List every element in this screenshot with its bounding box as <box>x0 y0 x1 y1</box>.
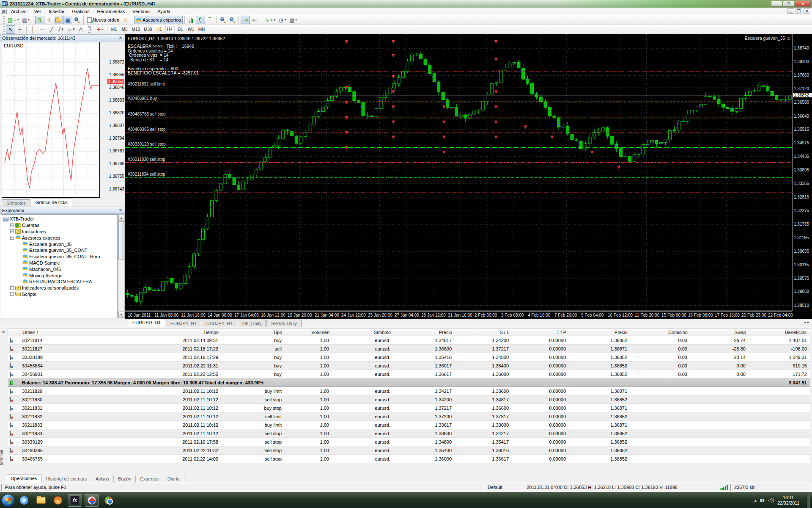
timeframe-w1[interactable]: W1 <box>186 26 196 33</box>
menu-insertar[interactable]: Insertar <box>45 8 68 15</box>
text-tool[interactable]: A <box>76 25 85 34</box>
scroll-down-icon[interactable]: ▼ <box>118 312 124 318</box>
timeframe-m30[interactable]: M30 <box>142 26 154 33</box>
templates-button[interactable]: ▨▾ <box>288 16 299 24</box>
text-label-tool[interactable]: T <box>85 25 95 34</box>
order-row-30460365[interactable]: 304603652011.02.22 11:32sell stop1.00eur… <box>8 446 810 455</box>
column-header[interactable]: Comisión <box>631 330 691 335</box>
tick-chart[interactable]: EURUSD. <box>2 42 100 198</box>
minimize-button[interactable]: — <box>771 1 782 7</box>
main-chart[interactable]: EURUSD.,H4 1.36813 1.36946 1.36722 1.368… <box>125 34 812 319</box>
navigator-header[interactable]: Explorador ✕ <box>0 207 125 214</box>
mdi-restore-button[interactable]: ❐ <box>796 8 802 14</box>
column-header[interactable]: Orden / <box>19 330 82 335</box>
navigator-toggle[interactable] <box>54 16 63 24</box>
order-row-30456901[interactable]: 304569012011.02.22 12:55buy1.00eurusd.1.… <box>8 370 810 378</box>
order-row-30211814[interactable]: 302118142011.02.14 09:31buy1.00eurusd.1.… <box>8 336 810 345</box>
timeframe-m1[interactable]: M1 <box>109 26 119 33</box>
scrollbar-thumb[interactable] <box>118 221 124 260</box>
title-bar[interactable]: MT 281621224: XTB-Trader - Cuenta de dem… <box>0 0 812 8</box>
collapse-icon[interactable]: − <box>10 292 14 296</box>
mdi-minimize-button[interactable]: ▁ <box>787 8 794 14</box>
column-header[interactable]: Precio <box>394 330 455 335</box>
timeframe-h4[interactable]: H4 <box>165 26 175 33</box>
tree-item-moving-average[interactable]: Moving Average <box>1 272 117 279</box>
tree-item-escalera-guevon-35[interactable]: Escalera guevon_35 <box>1 241 117 247</box>
column-header[interactable]: Símbolo <box>333 330 394 335</box>
tab-scroll-arrows[interactable]: ◂▸ <box>804 320 810 324</box>
terminal-tab-diario[interactable]: Diario <box>163 475 184 483</box>
tree-item-cuentas[interactable]: +Cuentas <box>1 222 117 229</box>
taskbar-ie-icon[interactable]: e <box>17 494 31 507</box>
expert-advisors-button[interactable]: Asesores expertos <box>134 16 183 24</box>
navigator-close-icon[interactable]: ✕ <box>118 208 123 213</box>
new-order-button[interactable]: Nueva orden <box>85 16 121 24</box>
menu-graficos[interactable]: Gráficos <box>69 8 93 15</box>
taskbar-explorer-icon[interactable] <box>34 494 48 507</box>
toolbar-grip-2[interactable] <box>3 26 5 33</box>
show-desktop-button[interactable] <box>807 492 810 508</box>
navigator-scrollbar[interactable]: ▲ ▼ <box>118 214 125 318</box>
vertical-line-tool[interactable]: │ <box>28 25 38 34</box>
new-chart-button[interactable]: ▦+▾ <box>6 16 20 24</box>
tree-item-indicadores[interactable]: +fIndicadores <box>1 229 117 235</box>
column-header[interactable]: Swap <box>691 330 749 335</box>
market-watch-tab-s-mbolos[interactable]: Símbolos <box>2 199 30 207</box>
order-row-30211832[interactable]: 302118322011.02.11 10:12sell limit1.00eu… <box>8 412 810 421</box>
horizontal-line-tool[interactable]: ─ <box>38 25 47 34</box>
status-profile[interactable]: Default <box>484 484 522 491</box>
timeframe-m15[interactable]: M15 <box>130 26 142 33</box>
periods-button[interactable]: ◷▾ <box>277 16 288 24</box>
chart-tab-spa35-daily[interactable]: SPA35,Daily <box>266 320 302 327</box>
column-header[interactable]: T / P <box>513 330 570 335</box>
auto-scroll-button[interactable]: ⇥ <box>241 16 250 24</box>
fibonacci-tool[interactable]: ≣F <box>66 25 76 34</box>
market-watch-close-icon[interactable]: ✕ <box>118 36 123 40</box>
scroll-up-icon[interactable]: ▲ <box>118 215 124 221</box>
start-button[interactable] <box>2 494 14 507</box>
column-header[interactable]: Tipo <box>222 330 285 335</box>
tree-item-indicadores-personalizados[interactable]: +fIndicadores personalizados <box>1 285 117 291</box>
tree-item-restauracion-escalera[interactable]: RESTAURACION ESCALERA <box>1 279 117 285</box>
menu-ver[interactable]: Ver <box>31 8 45 15</box>
terminal-tab-operaciones[interactable]: Operaciones <box>6 475 41 483</box>
tree-item-asesores-expertos[interactable]: −Asesores expertos <box>1 235 117 241</box>
menu-archivo[interactable]: Archivo <box>8 8 30 15</box>
profiles-button[interactable]: ▥▾ <box>20 16 31 24</box>
terminal-tab-avisos[interactable]: Avisos <box>91 475 114 483</box>
order-row-30328189[interactable]: 303281892011.02.16 17:29buy1.00eurusd.1.… <box>8 353 810 362</box>
arrows-tool[interactable]: ✦▾ <box>95 25 105 34</box>
tree-item-macd-sample[interactable]: MACD Sample <box>1 260 117 266</box>
market-watch-tab-gr-fico-de-ticks[interactable]: Gráfico de ticks <box>31 199 72 207</box>
menu-ayuda[interactable]: Ayuda <box>154 8 174 15</box>
taskbar-clock[interactable]: 16:11 22/02/2011 <box>777 495 804 506</box>
tree-item-escalera-guevon-35-cont-hora[interactable]: Escalera guevon_35_CONT_Hora <box>1 254 117 260</box>
tray-network-icon[interactable]: ▮▮ <box>760 498 765 502</box>
toolbar-grip[interactable] <box>3 16 5 24</box>
time-axis[interactable]: 10 Jan 201111 Jan 08:0012 Jan 16:0014 Ja… <box>125 311 792 319</box>
crosshair-tool[interactable]: ┼ <box>15 25 25 34</box>
order-row-30211827[interactable]: 302118272011.02.18 17:23sell1.00eurusd.1… <box>8 345 810 353</box>
column-header[interactable]: Beneficios <box>749 330 810 335</box>
tree-item-scripts[interactable]: −Scripts <box>1 291 117 298</box>
terminal-tab-expertos[interactable]: Expertos <box>136 475 163 483</box>
strategy-tester-button[interactable]: ◷ <box>72 16 82 24</box>
order-row-30339129[interactable]: 303391292011.02.16 17:58sell stop1.00eur… <box>8 438 810 446</box>
order-row-30466765[interactable]: 304667652011.02.22 14:03sell stop1.00eur… <box>8 455 810 463</box>
column-header[interactable]: Volumen <box>285 330 333 335</box>
terminal-close-icon[interactable]: ✕ <box>2 330 5 334</box>
order-row-30211833[interactable]: 302118332011.02.11 10:12buy limit1.00eur… <box>8 421 810 429</box>
taskbar-media-player-icon[interactable]: ▸ <box>51 494 65 507</box>
tray-volume-icon[interactable]: ◁)) <box>768 498 774 502</box>
expand-icon[interactable]: + <box>10 224 14 227</box>
indicators-button[interactable]: ∿+▾ <box>263 16 277 24</box>
maximize-button[interactable]: ❐ <box>783 1 794 7</box>
bar-chart-button[interactable] <box>187 16 196 24</box>
trendline-tool[interactable]: ╱ <box>47 25 56 34</box>
zoom-in-button[interactable]: + <box>218 16 228 24</box>
tree-item-machacon-045[interactable]: Machacon_045 <box>1 266 117 272</box>
terminal-toggle[interactable]: ▣ <box>63 16 72 24</box>
price-scale[interactable]: 1.387401.382001.376601.371201.365801.360… <box>792 34 812 311</box>
timeframe-d1[interactable]: D1 <box>176 26 186 33</box>
taskbar-metatrader-icon[interactable] <box>85 494 99 507</box>
